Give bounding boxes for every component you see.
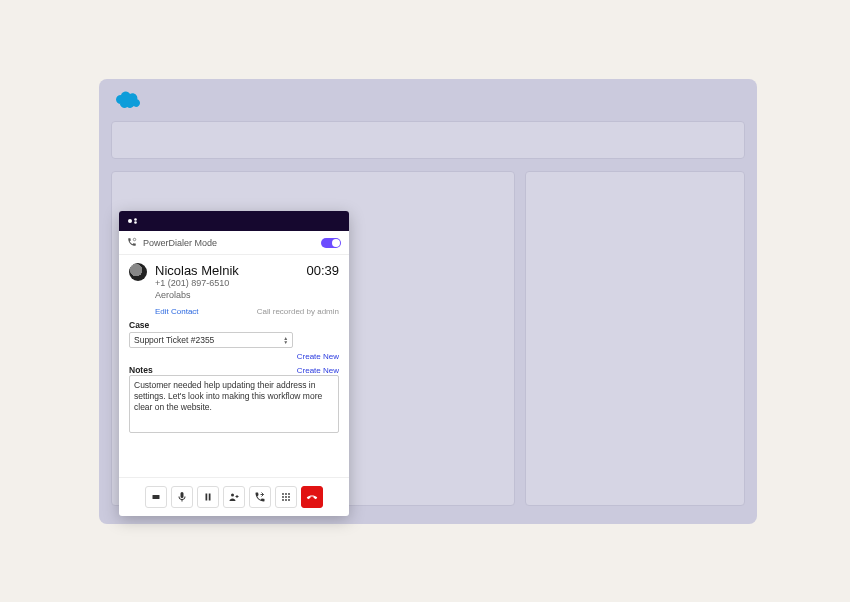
svg-point-0 xyxy=(128,219,132,223)
svg-point-11 xyxy=(282,496,284,498)
svg-point-14 xyxy=(282,499,284,501)
dialer-widget: PowerDialer Mode Nicolas Melnik +1 (201)… xyxy=(119,211,349,516)
svg-point-16 xyxy=(288,499,290,501)
call-timer: 00:39 xyxy=(306,263,339,278)
case-select[interactable]: Support Ticket #2355 xyxy=(129,332,293,348)
svg-point-12 xyxy=(285,496,287,498)
record-button[interactable] xyxy=(145,486,167,508)
svg-rect-6 xyxy=(209,494,211,501)
avatar xyxy=(129,263,147,281)
titlebar xyxy=(99,79,757,121)
contact-name: Nicolas Melnik xyxy=(155,263,239,278)
powerdialer-toggle[interactable] xyxy=(321,238,341,248)
case-create-new-link[interactable]: Create New xyxy=(297,332,339,361)
add-participant-button[interactable] xyxy=(223,486,245,508)
phone-settings-icon xyxy=(127,237,137,249)
dialer-header xyxy=(119,211,349,231)
svg-point-10 xyxy=(288,493,290,495)
svg-point-7 xyxy=(231,494,234,497)
salesforce-cloud-icon xyxy=(113,90,143,110)
svg-point-1 xyxy=(134,218,137,221)
right-panel xyxy=(525,171,745,506)
mute-button[interactable] xyxy=(171,486,193,508)
powerdialer-label: PowerDialer Mode xyxy=(143,238,217,248)
powerdialer-row: PowerDialer Mode xyxy=(119,231,349,255)
call-controls xyxy=(119,477,349,516)
end-call-button[interactable] xyxy=(301,486,323,508)
case-selected-value: Support Ticket #2355 xyxy=(134,335,214,345)
dialpad-brand-icon xyxy=(127,215,139,227)
notes-create-new-link[interactable]: Create New xyxy=(297,366,339,375)
toolbar-placeholder xyxy=(111,121,745,159)
notes-textarea[interactable] xyxy=(129,375,339,433)
svg-point-15 xyxy=(285,499,287,501)
contact-phone: +1 (201) 897-6510 xyxy=(155,278,239,290)
svg-rect-5 xyxy=(206,494,208,501)
case-label: Case xyxy=(129,320,339,330)
notes-label: Notes xyxy=(129,365,153,375)
svg-point-3 xyxy=(133,238,136,241)
svg-point-9 xyxy=(285,493,287,495)
contact-company: Aerolabs xyxy=(155,290,239,302)
svg-rect-4 xyxy=(153,495,160,499)
transfer-button[interactable] xyxy=(249,486,271,508)
hold-button[interactable] xyxy=(197,486,219,508)
svg-point-13 xyxy=(288,496,290,498)
contact-block: Nicolas Melnik +1 (201) 897-6510 Aerolab… xyxy=(119,255,349,303)
dialpad-button[interactable] xyxy=(275,486,297,508)
recorded-label: Call recorded by admin xyxy=(257,307,339,316)
svg-point-8 xyxy=(282,493,284,495)
edit-contact-link[interactable]: Edit Contact xyxy=(155,307,199,316)
select-caret-icon: ▲▼ xyxy=(281,334,291,346)
svg-point-2 xyxy=(134,221,137,224)
